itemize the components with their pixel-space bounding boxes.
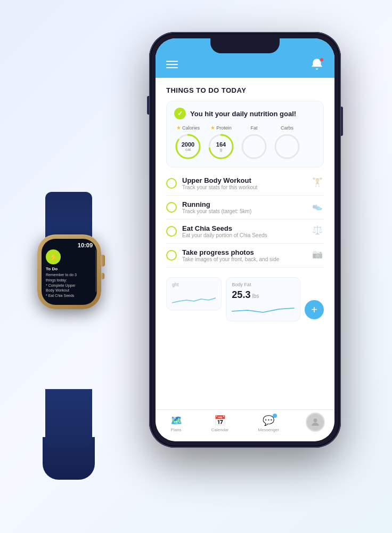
- task-sub-chia: Eat your daily portion of Chia Seeds: [182, 232, 306, 238]
- task-title-chia: Eat Chia Seeds: [182, 224, 306, 232]
- phone-frame: THINGS TO DO TODAY You hit your daily nu…: [149, 32, 341, 448]
- task-upper-body[interactable]: Upper Body Workout Track your stats for …: [166, 172, 324, 196]
- watch-todo-title: To Do: [46, 266, 93, 271]
- task-title-upper-body: Upper Body Workout: [182, 176, 306, 184]
- task-circle-chia: [166, 226, 177, 237]
- svg-point-4: [242, 135, 266, 158]
- metric-protein: ★ Protein 164 g: [207, 125, 235, 160]
- watch-time: 10:09: [46, 242, 93, 248]
- task-photos[interactable]: Take progress photos Take images of your…: [166, 244, 324, 268]
- watch-todo-body: Remember to do 3things today:* Complete …: [46, 272, 93, 298]
- task-sub-running: Track your stats (target: 5km): [182, 208, 306, 214]
- calories-value: 2000 cal: [174, 133, 202, 160]
- phone-screen: THINGS TO DO TODAY You hit your daily nu…: [156, 38, 334, 441]
- body-fat-card: Body Fat 25.3 lbs: [226, 277, 300, 321]
- task-circle-running: [166, 202, 177, 213]
- watch-case: 10:09 ⚡ To Do Remember to do 3things tod…: [37, 235, 101, 309]
- watch-crown-small: [101, 273, 104, 279]
- task-icon-chia: ⚖️: [311, 225, 324, 238]
- add-progress-button[interactable]: +: [305, 300, 324, 319]
- nutrition-metrics: ★ Calories 2000 cal: [174, 125, 316, 160]
- body-fat-label: Body Fat: [232, 282, 295, 287]
- profile-avatar[interactable]: [306, 413, 325, 432]
- metric-calories: ★ Calories 2000 cal: [174, 125, 202, 160]
- task-sub-photos: Take images of your front, back, and sid…: [182, 256, 306, 262]
- task-icon-running: 👟: [311, 201, 324, 214]
- menu-icon[interactable]: [166, 61, 178, 68]
- phone-device: THINGS TO DO TODAY You hit your daily nu…: [149, 32, 341, 448]
- watch-crown: [101, 255, 105, 266]
- goal-check-icon: [174, 108, 186, 119]
- metric-fat: Fat: [240, 125, 268, 160]
- task-chia-seeds[interactable]: Eat Chia Seeds Eat your daily portion of…: [166, 220, 324, 244]
- task-running[interactable]: Running Track your stats (target: 5km) 👟: [166, 196, 324, 220]
- nav-calendar-label: Calendar: [211, 427, 228, 432]
- watch-band-top: [45, 192, 92, 240]
- carbs-circle: [273, 133, 301, 160]
- task-icon-photos: 📷: [311, 249, 324, 262]
- svg-point-5: [275, 135, 299, 158]
- task-info-chia: Eat Chia Seeds Eat your daily portion of…: [182, 224, 306, 238]
- calendar-icon: 📅: [214, 415, 226, 426]
- weight-label: ght: [172, 282, 216, 287]
- goal-text: You hit your daily nutrition goal!: [190, 110, 296, 118]
- protein-label: ★ Protein: [210, 125, 232, 131]
- progress-section: ght Body Fat 25.3: [166, 272, 324, 321]
- calories-circle: 2000 cal: [174, 133, 202, 160]
- task-info-photos: Take progress photos Take images of your…: [182, 248, 306, 262]
- star-calories-icon: ★: [176, 125, 181, 131]
- fat-circle: [240, 133, 268, 160]
- svg-point-6: [314, 418, 317, 422]
- protein-circle: 164 g: [207, 133, 235, 160]
- nav-messenger-label: Messenger: [258, 427, 280, 432]
- nav-plans[interactable]: 🗺️ Plans: [170, 415, 182, 432]
- task-info-upper-body: Upper Body Workout Track your stats for …: [182, 176, 306, 190]
- watch-screen-divider: [95, 249, 97, 292]
- protein-value: 164 g: [207, 133, 235, 160]
- phone-content: THINGS TO DO TODAY You hit your daily nu…: [156, 78, 334, 413]
- nav-messenger[interactable]: 💬 Messenger: [258, 415, 280, 432]
- task-title-running: Running: [182, 200, 306, 208]
- goal-header: You hit your daily nutrition goal!: [174, 108, 316, 119]
- task-sub-upper-body: Track your stats for this workout: [182, 184, 306, 190]
- star-protein-icon: ★: [210, 125, 215, 131]
- body-fat-value: 25.3: [232, 289, 250, 301]
- notification-bell-icon[interactable]: [310, 58, 324, 71]
- nav-plans-label: Plans: [171, 427, 182, 432]
- task-icon-upper-body: 🏋️: [311, 177, 324, 190]
- messenger-badge: [273, 414, 277, 418]
- calories-label: ★ Calories: [176, 125, 200, 131]
- watch-device: 10:09 ⚡ To Do Remember to do 3things tod…: [27, 224, 165, 405]
- fat-label: Fat: [250, 125, 257, 131]
- section-title: THINGS TO DO TODAY: [166, 86, 324, 94]
- metric-carbs: Carbs: [273, 125, 301, 160]
- weight-card: ght: [166, 277, 222, 310]
- task-title-photos: Take progress photos: [182, 248, 306, 256]
- watch-logo-text: ⚡: [49, 253, 58, 261]
- weight-chart: [172, 289, 216, 305]
- task-info-running: Running Track your stats (target: 5km): [182, 200, 306, 214]
- watch-band-bottom: [45, 389, 92, 448]
- plans-icon: 🗺️: [170, 415, 182, 426]
- notification-dot: [320, 58, 324, 62]
- phone-notch: [210, 38, 280, 53]
- carbs-label: Carbs: [281, 125, 293, 131]
- body-fat-unit: lbs: [252, 293, 259, 299]
- nutrition-card: You hit your daily nutrition goal! ★ Cal…: [166, 101, 324, 167]
- task-circle-upper-body: [166, 178, 177, 189]
- task-circle-photos: [166, 250, 177, 261]
- watch-screen: 10:09 ⚡ To Do Remember to do 3things tod…: [42, 239, 97, 305]
- watch-logo: ⚡: [46, 249, 61, 264]
- body-fat-chart: [232, 301, 295, 317]
- nav-calendar[interactable]: 📅 Calendar: [211, 415, 228, 432]
